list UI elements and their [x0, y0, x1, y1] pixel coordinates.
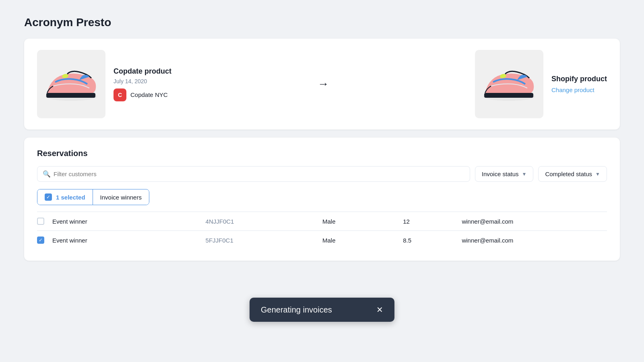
copdate-product-block: Copdate product July 14, 2020 C Copdate … [37, 50, 171, 118]
row-2-email: winner@email.com [462, 237, 607, 244]
completed-status-arrow: ▼ [595, 171, 600, 177]
row-1-email: winner@email.com [462, 218, 607, 225]
completed-status-label: Completed status [545, 171, 592, 177]
shopify-product-label: Shopify product [551, 75, 607, 83]
reservations-table: Event winner 4NJJF0C1 Male 12 winner@ema… [37, 212, 607, 249]
selected-count-text: 1 selected [56, 194, 85, 201]
row-1-code: 4NJJF0C1 [206, 218, 314, 225]
row-1-gender: Male [322, 218, 395, 225]
page-title: Acronym Presto [24, 16, 620, 29]
row-2-size: 8.5 [403, 237, 454, 244]
svg-rect-4 [484, 93, 533, 98]
copdate-product-label: Copdate product [114, 67, 171, 76]
copdate-product-date: July 14, 2020 [114, 78, 171, 84]
copdate-product-info: Copdate product July 14, 2020 C Copdate … [114, 67, 171, 101]
row-2-name: Event winner [52, 237, 198, 244]
search-input[interactable] [37, 166, 470, 182]
shoe-svg-right [481, 60, 537, 108]
row-1-name: Event winner [52, 218, 198, 225]
search-wrapper: 🔍 [37, 166, 470, 182]
shopify-product-block: Shopify product Change product [475, 50, 607, 118]
completed-status-dropdown[interactable]: Completed status ▼ [538, 166, 607, 182]
select-all-checkbox[interactable]: ✓ [45, 193, 52, 201]
selected-count-block[interactable]: ✓ 1 selected [37, 189, 93, 205]
toast-message: Generating invoices [261, 305, 332, 315]
brand-name: Copdate NYC [130, 91, 168, 98]
shopify-product-image [475, 50, 543, 118]
row-2-code: 5FJJF0C1 [206, 237, 314, 244]
arrow-connector: → [171, 78, 475, 90]
change-product-link[interactable]: Change product [551, 86, 607, 93]
invoice-status-arrow: ▼ [522, 171, 526, 177]
row-checkbox-2[interactable]: ✓ [37, 237, 44, 244]
row-1-size: 12 [403, 218, 454, 225]
table-row: ✓ Event winner 5FJJF0C1 Male 8.5 winner@… [37, 230, 607, 249]
invoice-status-dropdown[interactable]: Invoice status ▼ [475, 166, 534, 182]
toast-notification: Generating invoices ✕ [250, 298, 394, 322]
svg-rect-1 [46, 93, 95, 98]
selection-bar: ✓ 1 selected Invoice winners [37, 189, 149, 205]
brand-icon: C [114, 88, 126, 101]
search-icon: 🔍 [43, 170, 51, 178]
table-row: Event winner 4NJJF0C1 Male 12 winner@ema… [37, 212, 607, 230]
row-2-gender: Male [322, 237, 395, 244]
toast-close-button[interactable]: ✕ [376, 305, 383, 315]
shopify-product-info: Shopify product Change product [551, 75, 607, 93]
invoice-status-label: Invoice status [482, 171, 519, 177]
copdate-product-image [37, 50, 105, 118]
reservations-card: Reservations 🔍 Invoice status ▼ Complete… [24, 138, 620, 261]
shoe-svg-left [43, 60, 99, 108]
copdate-brand: C Copdate NYC [114, 88, 171, 101]
product-card: Copdate product July 14, 2020 C Copdate … [24, 39, 620, 130]
filter-row: 🔍 Invoice status ▼ Completed status ▼ [37, 166, 607, 182]
invoice-winners-button[interactable]: Invoice winners [93, 190, 149, 205]
reservations-title: Reservations [37, 149, 607, 158]
row-checkbox-1[interactable] [37, 218, 44, 225]
